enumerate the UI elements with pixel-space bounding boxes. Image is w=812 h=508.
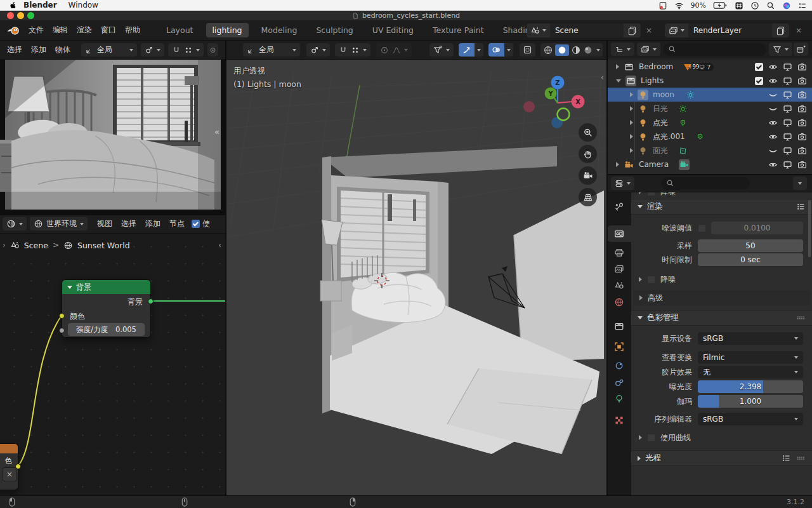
tab-texture-paint[interactable]: Texture Paint — [426, 23, 490, 37]
ortho-toggle-button[interactable] — [579, 188, 597, 206]
collapse-icon[interactable] — [616, 79, 621, 83]
tab-uv-editing[interactable]: UV Editing — [366, 23, 420, 37]
tab-output[interactable] — [607, 244, 631, 261]
viewport-canvas[interactable]: 用户透视 (1) Lights | moon Z Y X ‹ — [225, 60, 607, 495]
tab-physics[interactable] — [607, 374, 631, 391]
hide-eye-toggle[interactable] — [768, 90, 778, 100]
properties-options-dropdown[interactable] — [793, 177, 807, 190]
hide-eye-toggle[interactable] — [768, 146, 778, 156]
render-disable-toggle[interactable] — [797, 132, 807, 142]
render-disable-toggle[interactable] — [797, 90, 807, 100]
gizmos-dropdown[interactable] — [475, 43, 483, 57]
blender-logo-icon[interactable] — [6, 25, 20, 36]
display-device-dropdown[interactable]: sRGB — [698, 332, 803, 345]
use-curves-checkbox[interactable] — [647, 434, 655, 442]
input-source-icon[interactable] — [735, 1, 743, 10]
tab-sculpting[interactable]: Sculpting — [310, 23, 359, 37]
gamma-slider[interactable]: 1.000 — [698, 395, 803, 408]
output-socket[interactable] — [148, 298, 154, 304]
editor-type-dropdown[interactable] — [611, 43, 634, 56]
outliner-row-camera[interactable]: Camera — [607, 157, 812, 171]
tab-scene[interactable] — [607, 277, 631, 294]
collapse-node-icon[interactable] — [67, 286, 72, 289]
xray-toggle[interactable] — [520, 43, 535, 57]
expand-icon[interactable] — [616, 162, 619, 167]
editor-divider[interactable] — [225, 41, 226, 495]
use-nodes-checkbox[interactable] — [192, 220, 200, 228]
spotlight-icon[interactable] — [766, 1, 775, 10]
node-menu[interactable]: 节点 — [165, 218, 189, 229]
transform-orientation-dropdown[interactable]: 全局 — [243, 43, 300, 57]
preset-icon[interactable] — [796, 202, 806, 211]
collapse-sidebar-icon[interactable]: ‹ — [218, 241, 221, 250]
time-limit-field[interactable]: 0 sec — [698, 253, 803, 266]
control-center-icon[interactable] — [798, 1, 807, 10]
collapse-region-icon[interactable]: « — [214, 127, 219, 137]
snap-target-dropdown[interactable] — [141, 43, 164, 57]
rendered-preview-image[interactable] — [0, 60, 225, 215]
tab-tool[interactable] — [607, 199, 631, 215]
material-shading-button[interactable] — [571, 45, 581, 55]
look-dropdown[interactable]: 无 — [698, 366, 803, 378]
hide-eye-toggle[interactable] — [768, 76, 778, 86]
expand-icon[interactable] — [630, 106, 633, 111]
editor-divider[interactable] — [0, 214, 225, 215]
view-transform-dropdown[interactable]: Filmic — [698, 351, 803, 364]
noise-threshold-field[interactable]: 0.0100 — [711, 222, 803, 234]
remove-button[interactable]: × — [2, 467, 17, 481]
backup-status-icon[interactable] — [658, 1, 667, 10]
render-disable-toggle[interactable] — [797, 104, 807, 114]
texture-node-clipped[interactable]: 色 × — [0, 443, 18, 490]
camera-view-button[interactable] — [579, 166, 597, 185]
denoise-checkbox[interactable] — [647, 192, 655, 196]
denoise-subpanel[interactable]: 降噪 — [631, 272, 812, 286]
tab-texture[interactable] — [607, 412, 631, 429]
collapse-sidebar-icon[interactable]: ‹ — [601, 72, 604, 82]
select-menu[interactable]: 选择 — [117, 218, 141, 229]
hide-eye-toggle[interactable] — [768, 160, 778, 170]
tab-constraints[interactable] — [607, 358, 631, 374]
new-collection-button[interactable] — [794, 43, 808, 56]
sequencer-dropdown[interactable]: sRGB — [698, 413, 803, 425]
properties-search-input[interactable] — [661, 177, 750, 190]
show-gizmos-toggle[interactable] — [459, 43, 475, 57]
hide-eye-toggle[interactable] — [768, 118, 778, 128]
hide-eye-toggle[interactable] — [768, 62, 778, 72]
scene-selector[interactable]: Scene — [527, 23, 641, 37]
solid-shading-button[interactable] — [555, 44, 569, 56]
tab-lighting[interactable]: lighting — [206, 23, 249, 37]
app-menu[interactable]: Blender — [23, 1, 57, 10]
expand-icon[interactable] — [616, 64, 619, 69]
drag-handle-icon[interactable] — [796, 313, 806, 323]
denoise-checkbox[interactable] — [647, 276, 655, 284]
tab-world[interactable] — [607, 294, 631, 311]
add-menu[interactable]: 添加 — [141, 218, 165, 229]
tab-modeling[interactable]: Modeling — [255, 23, 304, 37]
tab-object-data[interactable] — [607, 391, 631, 407]
texture-node-header[interactable] — [0, 444, 18, 453]
battery-icon[interactable] — [713, 1, 728, 10]
breadcrumb-scene[interactable]: Scene — [24, 241, 48, 250]
tab-view-layer[interactable] — [607, 261, 631, 277]
samples-field[interactable]: 50 — [698, 239, 803, 252]
node-canvas[interactable]: › Scene > Sunset World ‹ 背景 背景 颜色 — [0, 234, 225, 495]
new-scene-button[interactable] — [624, 23, 641, 37]
remove-view-layer-button[interactable]: × — [792, 26, 805, 35]
color-management-panel-header[interactable]: 色彩管理 — [631, 310, 812, 326]
display-mode-dropdown[interactable] — [637, 43, 660, 56]
viewport-disable-toggle[interactable] — [783, 132, 792, 142]
overlays-dropdown[interactable] — [504, 43, 513, 57]
tab-object[interactable] — [607, 338, 631, 355]
unlink-scene-button[interactable]: × — [643, 26, 655, 35]
axis-minus-y[interactable] — [558, 109, 570, 121]
panel-toggle-icon[interactable]: › — [3, 241, 6, 250]
falloff-clipped-button[interactable] — [207, 43, 218, 57]
expand-icon[interactable] — [630, 92, 633, 97]
viewport-disable-toggle[interactable] — [783, 146, 792, 156]
light-paths-panel-header[interactable]: 光程 — [631, 450, 812, 466]
apple-menu[interactable] — [9, 1, 17, 10]
axis-minus-x[interactable] — [523, 101, 535, 112]
viewport-disable-toggle[interactable] — [783, 90, 792, 100]
advanced-subpanel[interactable]: 高级 — [633, 290, 810, 305]
render-disable-toggle[interactable] — [797, 76, 807, 86]
